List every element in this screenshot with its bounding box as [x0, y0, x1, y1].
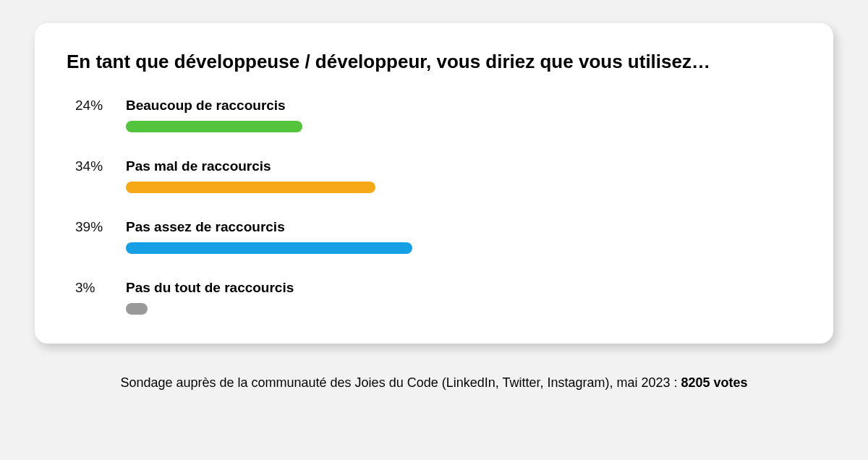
- poll-row: 34% Pas mal de raccourcis: [75, 158, 801, 193]
- poll-title: En tant que développeuse / développeur, …: [67, 49, 801, 74]
- poll-percentage: 39%: [75, 219, 111, 235]
- poll-rows: 24% Beaucoup de raccourcis 34% Pas mal d…: [67, 98, 801, 315]
- poll-row-head: 39% Pas assez de raccourcis: [75, 219, 801, 235]
- poll-option-label: Pas mal de raccourcis: [126, 158, 271, 174]
- poll-bar: [126, 303, 148, 315]
- poll-row-head: 3% Pas du tout de raccourcis: [75, 280, 801, 296]
- poll-row-head: 24% Beaucoup de raccourcis: [75, 98, 801, 114]
- caption-vote-count: 8205 votes: [681, 375, 748, 390]
- poll-row: 24% Beaucoup de raccourcis: [75, 98, 801, 132]
- poll-card: En tant que développeuse / développeur, …: [35, 23, 833, 344]
- caption-prefix: Sondage auprès de la communauté des Joie…: [120, 375, 681, 390]
- poll-bar-track: [126, 182, 647, 193]
- poll-option-label: Pas assez de raccourcis: [126, 219, 285, 235]
- poll-row: 3% Pas du tout de raccourcis: [75, 280, 801, 315]
- poll-option-label: Pas du tout de raccourcis: [126, 280, 294, 296]
- poll-bar-track: [126, 303, 647, 315]
- poll-bar-track: [126, 242, 647, 254]
- poll-bar: [126, 182, 375, 193]
- poll-option-label: Beaucoup de raccourcis: [126, 98, 286, 114]
- poll-caption: Sondage auprès de la communauté des Joie…: [35, 375, 833, 391]
- poll-bar: [126, 121, 302, 132]
- poll-percentage: 24%: [75, 98, 111, 114]
- poll-bar-track: [126, 121, 647, 132]
- poll-percentage: 3%: [75, 280, 111, 296]
- poll-percentage: 34%: [75, 158, 111, 174]
- poll-row-head: 34% Pas mal de raccourcis: [75, 158, 801, 174]
- poll-row: 39% Pas assez de raccourcis: [75, 219, 801, 254]
- poll-bar: [126, 242, 412, 254]
